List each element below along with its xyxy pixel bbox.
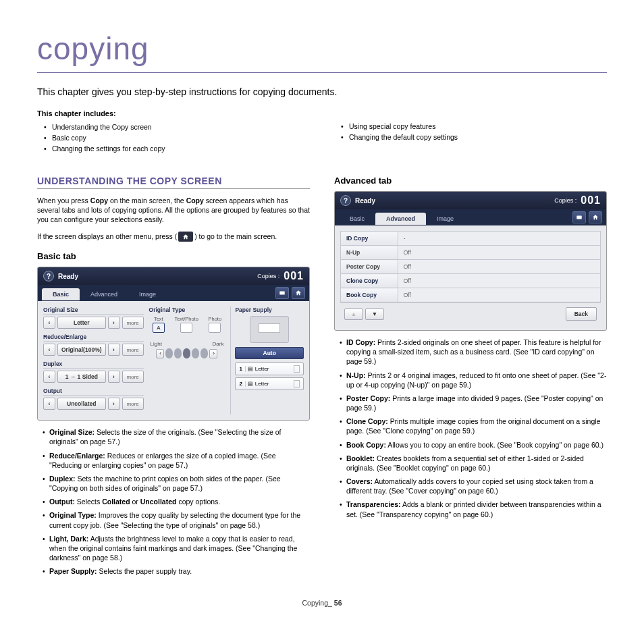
output-value[interactable]: Uncollated — [57, 398, 106, 410]
reduce-enlarge-value[interactable]: Original(100%) — [57, 344, 106, 356]
type-textphoto[interactable]: Text/Photo — [174, 316, 198, 333]
list-item: Output: Selects Collated or Uncollated c… — [37, 495, 310, 509]
next-button[interactable]: › — [108, 398, 120, 410]
title-divider — [37, 72, 607, 73]
group-duplex: Duplex — [43, 360, 144, 369]
table-row[interactable]: Poster CopyOff — [341, 260, 601, 274]
type-text[interactable]: TextA — [153, 316, 165, 333]
list-item: Understanding the Copy screen — [37, 122, 310, 132]
prev-button[interactable]: ‹ — [43, 371, 55, 383]
next-button[interactable]: › — [108, 371, 120, 383]
copy-screen-basic: ? Ready Copies : 001 Basic Advanced Imag… — [37, 267, 310, 421]
type-label: Text/Photo — [174, 316, 198, 322]
table-row[interactable]: Book CopyOff — [341, 288, 601, 302]
intro-text: This chapter gives you step-by-step inst… — [37, 86, 607, 97]
type-photo[interactable]: Photo — [208, 316, 221, 333]
darkness-level-icon — [165, 348, 173, 358]
footer-label: Copying — [302, 599, 329, 607]
item-text: Sets the machine to print copies on both… — [49, 475, 281, 492]
scroll-down-button[interactable]: ▼ — [365, 308, 384, 320]
right-column: Advanced tab ? Ready Copies : 001 Basic … — [334, 165, 607, 579]
tray-number: 1 — [239, 366, 245, 372]
type-text-icon: A — [153, 323, 165, 333]
back-button[interactable]: Back — [566, 307, 597, 321]
help-icon[interactable]: ? — [43, 271, 54, 281]
lighter-button[interactable]: ‹ — [156, 349, 164, 358]
home-icon[interactable] — [292, 287, 305, 299]
tray-2-button[interactable]: 2 ▤ Letter — [235, 377, 304, 390]
home-icon — [178, 232, 193, 242]
tab-basic[interactable]: Basic — [42, 288, 80, 300]
reduce-enlarge-selector: ‹ Original(100%) › more — [43, 344, 144, 356]
original-type-row: TextA Text/Photo Photo — [149, 316, 225, 333]
machine-setup-icon[interactable] — [572, 211, 586, 223]
more-button[interactable]: more — [122, 344, 144, 356]
help-icon[interactable]: ? — [340, 195, 351, 206]
tab-image[interactable]: Image — [128, 288, 167, 300]
darkness-level-icon — [200, 348, 208, 358]
more-button[interactable]: more — [122, 398, 144, 410]
tray-number: 2 — [239, 381, 245, 387]
type-photo-icon — [209, 323, 221, 333]
tab-basic[interactable]: Basic — [339, 213, 375, 225]
text: on the main screen, the — [108, 196, 186, 205]
auto-button[interactable]: Auto — [235, 347, 304, 359]
scroll-up-button[interactable]: ▲ — [344, 308, 363, 320]
machine-setup-icon[interactable] — [275, 287, 289, 299]
group-original-size: Original Size — [43, 306, 144, 315]
item-bold: Poster Copy: — [346, 394, 390, 402]
prev-button[interactable]: ‹ — [43, 317, 55, 329]
more-button[interactable]: more — [122, 371, 144, 383]
table-row[interactable]: Clone CopyOff — [341, 274, 601, 288]
copies-value: 001 — [284, 270, 304, 282]
item-bold: Booklet: — [346, 454, 375, 462]
tab-advanced[interactable]: Advanced — [375, 213, 426, 225]
footer-sep: _ — [328, 599, 334, 607]
advanced-options-table: ID Copy- N-UpOff Poster CopyOff Clone Co… — [340, 231, 601, 302]
original-size-selector: ‹ Letter › more — [43, 317, 144, 329]
tab-advanced[interactable]: Advanced — [80, 288, 128, 300]
advanced-footer: ▲ ▼ Back — [340, 302, 601, 325]
duplex-value[interactable]: 1 → 1 Sided — [57, 371, 106, 383]
home-icon[interactable] — [589, 211, 602, 223]
original-size-value[interactable]: Letter — [57, 317, 106, 329]
next-button[interactable]: › — [108, 317, 120, 329]
item-bold: ID Copy: — [346, 338, 375, 346]
item-text: Prints 2 or 4 original images, reduced t… — [346, 371, 606, 389]
next-button[interactable]: › — [108, 344, 120, 356]
item-text: Prints 2-sided originals on one sheet of… — [346, 338, 601, 365]
main-columns: UNDERSTANDING THE COPY SCREEN When you p… — [37, 165, 607, 579]
table-row[interactable]: N-UpOff — [341, 246, 601, 260]
orientation-icon — [294, 365, 300, 373]
list-item: Poster Copy: Prints a large image into d… — [334, 392, 607, 415]
list-item: Light, Dark: Adjusts the brightness leve… — [37, 533, 310, 566]
tray-1-button[interactable]: 1 ▤ Letter — [235, 363, 304, 375]
tab-image[interactable]: Image — [426, 213, 464, 225]
copy-screen-body: ID Copy- N-UpOff Poster CopyOff Clone Co… — [335, 225, 606, 330]
list-item: Transparencies: Adds a blank or printed … — [334, 498, 607, 521]
list-item: Changing the settings for each copy — [37, 143, 310, 154]
orientation-icon — [294, 380, 300, 387]
list-item: Covers: Automatically adds covers to you… — [334, 475, 607, 498]
more-button[interactable]: more — [122, 317, 144, 329]
group-paper-supply: Paper Supply — [235, 306, 304, 314]
darkness-slider[interactable]: ‹ › — [149, 348, 225, 358]
adv-key: Clone Copy — [341, 274, 398, 288]
item-bold: Output: — [49, 498, 75, 506]
copies-indicator: Copies : 001 — [257, 270, 304, 282]
copies-value: 001 — [581, 194, 601, 207]
item-bold: Duplex: — [49, 475, 76, 483]
darker-button[interactable]: › — [209, 349, 217, 358]
prev-button[interactable]: ‹ — [43, 398, 55, 410]
type-label: Photo — [208, 316, 221, 322]
list-item: Clone Copy: Prints multiple image copies… — [334, 415, 607, 438]
basic-descriptions: Original Size: Selects the size of the o… — [37, 426, 310, 579]
table-row[interactable]: ID Copy- — [341, 232, 601, 246]
copy-screen-header: ? Ready Copies : 001 — [335, 192, 606, 209]
prev-button[interactable]: ‹ — [43, 344, 55, 356]
footer-page: 56 — [334, 599, 342, 607]
list-item: Book Copy: Allows you to copy an entire … — [334, 439, 607, 452]
item-bold: Original Type: — [49, 511, 97, 519]
item-bold: Collated — [102, 498, 130, 506]
group-original-type: Original Type — [149, 306, 225, 314]
